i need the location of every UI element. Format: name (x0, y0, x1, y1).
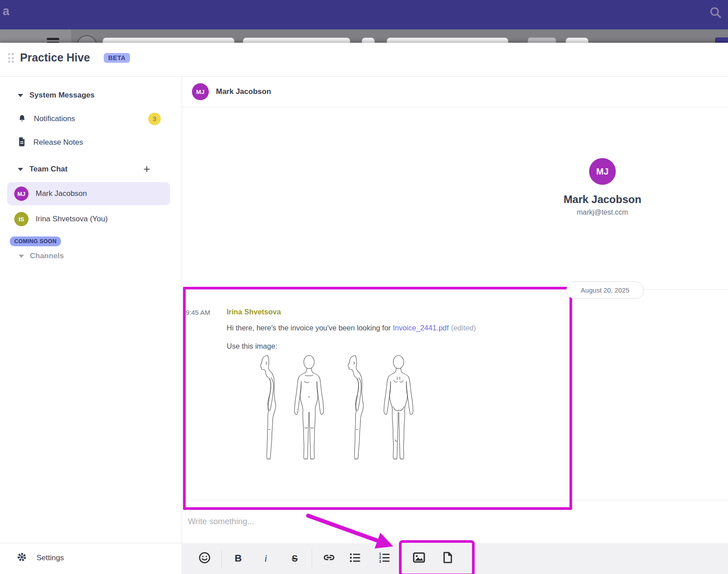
settings-button[interactable]: Settings (17, 552, 64, 564)
chat-header-avatar: MJ (192, 83, 209, 100)
document-icon (18, 137, 25, 148)
emoji-button[interactable] (195, 549, 214, 568)
topbar-partial-text: a (3, 4, 9, 18)
chat-header-name: Mark Jacobson (216, 87, 271, 96)
add-chat-button[interactable]: + (143, 162, 150, 176)
message-input[interactable] (187, 512, 500, 531)
dimmed-side-panel (0, 29, 71, 45)
numbered-list-button[interactable]: 123 (374, 549, 394, 568)
chevron-down-icon (18, 94, 23, 97)
sidebar-divider (182, 77, 182, 574)
toolbar-divider (221, 550, 222, 568)
link-button[interactable] (319, 549, 339, 568)
drag-grid-icon (8, 53, 15, 63)
annotation-highlight-box (399, 540, 475, 574)
bell-icon (18, 114, 26, 125)
practice-hive-window: a Practice Hive BETA System Messages Not… (0, 0, 728, 574)
date-separator-chip: August 20, 2025 (566, 281, 644, 299)
italic-button[interactable]: i (256, 549, 276, 568)
coming-soon-badge: COMING SOON (10, 236, 61, 246)
notification-count-badge: 3 (148, 113, 161, 125)
avatar: MJ (14, 187, 28, 201)
sidebar-section-channels[interactable]: Channels (19, 252, 64, 261)
profile-email: markj@test.ccm (536, 208, 669, 216)
sidebar-section-system-messages[interactable]: System Messages (18, 91, 94, 100)
smiley-icon (199, 552, 211, 566)
avatar: IS (14, 212, 28, 226)
chevron-down-icon (19, 255, 24, 258)
numbered-list-icon: 123 (378, 552, 390, 566)
search-icon[interactable] (709, 6, 722, 20)
sidebar-user-mark-jacobson[interactable]: MJ Mark Jacobson (14, 187, 87, 201)
date-separator-line (641, 289, 728, 289)
strikethrough-button[interactable]: S (285, 549, 305, 568)
browser-topbar (0, 0, 728, 29)
toolbar-divider (312, 550, 312, 568)
link-icon (323, 551, 335, 566)
chevron-down-icon (18, 168, 23, 171)
chat-header-divider (182, 107, 728, 107)
bulleted-list-button[interactable] (345, 549, 365, 568)
sidebar-user-irina-shvetsova[interactable]: IS Irina Shvetsova (You) (14, 212, 108, 226)
bold-button[interactable]: B (228, 549, 248, 568)
sidebar-footer-divider (0, 543, 182, 543)
profile-name: Mark Jacobson (536, 193, 669, 206)
modal-header-divider (0, 76, 728, 77)
app-title: Practice Hive (20, 51, 90, 64)
annotation-highlight-rectangle (183, 287, 572, 510)
profile-avatar: MJ (589, 158, 616, 185)
bulleted-list-icon (349, 552, 361, 566)
sidebar-section-team-chat[interactable]: Team Chat (18, 165, 68, 174)
beta-badge: BETA (104, 53, 130, 63)
svg-text:3: 3 (379, 559, 381, 563)
sidebar-item-notifications[interactable]: Notifications (18, 113, 75, 125)
sidebar-item-release-notes[interactable]: Release Notes (18, 137, 83, 148)
gear-icon (17, 552, 27, 564)
